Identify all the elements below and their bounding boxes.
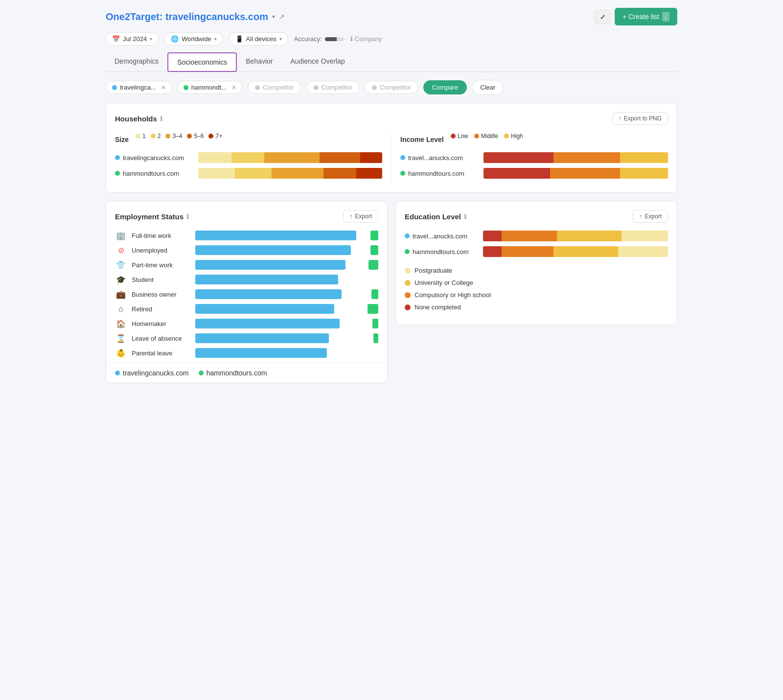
education-legend: Postgraduate University or College Compu…	[405, 267, 668, 311]
edu-legend-none: None completed	[405, 303, 668, 311]
income-legend-low: Low	[451, 133, 468, 140]
compare-item-1: travelingca... ✕	[106, 81, 172, 94]
parental-icon: 👶	[115, 349, 127, 358]
accuracy-text: Accuracy:	[294, 35, 322, 43]
devices-value: All devices	[246, 35, 276, 43]
legend-item-4: 5–6	[187, 133, 204, 140]
tab-socioeconomics[interactable]: Socioeconomics	[167, 52, 237, 72]
income-seg-1-3	[620, 152, 668, 163]
seg-1-1	[198, 152, 231, 163]
edu-label-2: hammondtours.com	[405, 248, 478, 256]
seg-2-4	[323, 168, 357, 179]
fulltime-bar-blue	[195, 231, 356, 240]
legend-label-1: 1	[142, 133, 146, 140]
edu-row-2: hammondtours.com	[405, 246, 668, 257]
edu-legend-text-highschool: Compulsory or High school	[415, 291, 491, 299]
devices-icon: 📱	[235, 35, 243, 43]
households-size: Size 1 2 3–4	[115, 133, 392, 184]
edu-legend-postgrad: Postgraduate	[405, 267, 668, 274]
tab-behavior[interactable]: Behavior	[237, 52, 281, 71]
income-legend: Low Middle High	[451, 133, 523, 140]
employment-card-inner: Employment Status ℹ ↑ Export 🏢 Full-time…	[106, 201, 388, 383]
parental-label: Parental leave	[132, 350, 190, 357]
income-legend-row: Income Level Low Middle High	[400, 133, 668, 146]
external-link-icon[interactable]: ↗	[279, 13, 285, 21]
income-dot-1	[400, 155, 405, 160]
income-site-label-1: travel...anucks.com	[400, 154, 479, 162]
expand-button[interactable]: ⤢	[595, 10, 611, 24]
households-grid: Size 1 2 3–4	[115, 133, 668, 184]
devices-filter[interactable]: 📱 All devices ▾	[229, 32, 288, 46]
location-chevron: ▾	[214, 36, 217, 42]
parental-bar-wrap	[195, 348, 378, 358]
dropdown-chevron[interactable]: ▾	[272, 13, 275, 20]
legend-label-4: 5–6	[194, 133, 204, 140]
tab-demographics[interactable]: Demographics	[106, 52, 167, 71]
employment-export-label: Export	[355, 213, 372, 220]
compare-remove-1[interactable]: ✕	[161, 84, 166, 91]
education-card-inner: Education Level ℹ ↑ Export travel...anuc…	[395, 201, 677, 325]
income-section: Income Level Low Middle High	[392, 133, 668, 184]
fulltime-bar-wrap	[195, 231, 378, 240]
unemployed-icon: ⊘	[115, 246, 127, 255]
edu-legend-dot-highschool	[405, 292, 411, 298]
households-title: Households ℹ	[115, 115, 162, 123]
tab-audience-overlap[interactable]: Audience Overlap	[281, 52, 353, 71]
leave-bar-green	[373, 333, 378, 343]
competitor-3[interactable]: Competitor	[365, 81, 418, 94]
clear-button[interactable]: Clear	[472, 80, 504, 95]
education-export-button[interactable]: ↑ Export	[633, 210, 668, 223]
edu-legend-highschool: Compulsory or High school	[405, 291, 668, 299]
edu-dot-1	[405, 233, 410, 238]
location-value: Worldwide	[182, 35, 211, 43]
education-info-icon[interactable]: ℹ	[464, 213, 466, 220]
app-title: One2Target: travelingcanucks.com	[106, 11, 268, 23]
seg-1-3	[264, 152, 320, 163]
employment-title-text: Employment Status	[115, 212, 184, 221]
education-title: Education Level ℹ	[405, 212, 466, 221]
legend-dot-4	[187, 134, 192, 139]
households-export-label: Export to PNG	[624, 115, 662, 122]
fulltime-icon: 🏢	[115, 231, 127, 240]
size-text-1: travelingcanucks.com	[123, 154, 184, 162]
compare-remove-2[interactable]: ✕	[231, 84, 236, 91]
edu-site-text-1: travel...anucks.com	[413, 233, 467, 240]
create-list-button[interactable]: + Create list ↓	[615, 8, 677, 25]
income-site-label-2: hammondtours.com	[400, 170, 479, 177]
edu-legend-dot-university	[405, 280, 411, 286]
households-export-button[interactable]: ↑ Export to PNG	[612, 112, 668, 125]
compare-item-2: hammondt... ✕	[177, 81, 243, 94]
income-low-label: Low	[458, 133, 468, 140]
company-link[interactable]: ℹ Company	[350, 35, 382, 43]
households-info-icon[interactable]: ℹ	[160, 115, 162, 122]
parttime-icon: 👕	[115, 260, 127, 270]
date-filter[interactable]: 📅 Jul 2024 ▾	[106, 32, 159, 46]
edu-site-text-2: hammondtours.com	[413, 248, 469, 256]
competitor-1[interactable]: Competitor	[248, 81, 301, 94]
income-legend-middle: Middle	[474, 133, 498, 140]
company-text: Company	[355, 35, 382, 43]
student-bar-wrap	[195, 275, 378, 284]
employment-export-button[interactable]: ↑ Export	[343, 210, 378, 223]
legend-dot-5	[208, 134, 213, 139]
income-seg-2-2	[550, 168, 620, 179]
legend-item-1: 1	[136, 133, 146, 140]
fulltime-bar-green	[370, 231, 378, 240]
compare-button[interactable]: Compare	[423, 80, 467, 94]
competitor-label-3: Competitor	[380, 84, 411, 91]
compare-button-label: Compare	[432, 84, 458, 91]
income-site-text-2: hammondtours.com	[408, 170, 464, 177]
date-chevron: ▾	[150, 36, 152, 42]
student-icon: 🎓	[115, 275, 127, 284]
emp-row-parental: 👶 Parental leave	[115, 348, 378, 358]
employment-header: Employment Status ℹ ↑ Export	[115, 210, 378, 223]
seg-2-2	[235, 168, 272, 179]
location-filter[interactable]: 🌐 Worldwide ▾	[164, 32, 223, 46]
seg-2-5	[356, 168, 382, 179]
employment-info-icon[interactable]: ℹ	[186, 213, 189, 220]
parttime-bar-wrap	[195, 260, 378, 270]
competitor-2[interactable]: Competitor	[306, 81, 360, 94]
income-bar-2	[484, 168, 668, 179]
devices-chevron: ▾	[279, 36, 282, 42]
size-text-2: hammondtours.com	[123, 170, 179, 177]
